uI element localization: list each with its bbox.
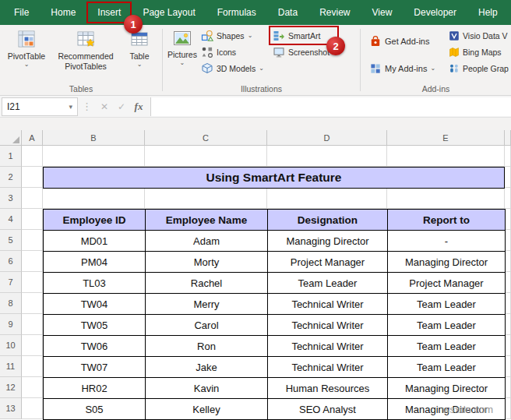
cell-X5[interactable] xyxy=(505,230,511,251)
table-cell-r8-c1[interactable]: HR02 xyxy=(44,378,146,399)
cell-X6[interactable] xyxy=(505,251,511,272)
table-cell-r8-c2[interactable]: Kavin xyxy=(146,378,268,399)
table-cell-r1-c3[interactable]: Managing Director xyxy=(268,231,388,252)
table-cell-r3-c3[interactable]: Team Leader xyxy=(268,273,388,294)
cell-A5[interactable] xyxy=(22,230,43,251)
cell-X2[interactable] xyxy=(505,167,511,188)
table-cell-r9-c2[interactable]: Kelley xyxy=(146,399,268,420)
table-cell-r5-c3[interactable]: Technical Writer xyxy=(268,315,388,336)
cell-A8[interactable] xyxy=(22,293,43,314)
cell-X10[interactable] xyxy=(505,335,511,356)
icons-button[interactable]: Icons xyxy=(199,44,266,60)
row-header-6[interactable]: 6 xyxy=(0,251,22,272)
tab-data[interactable]: Data xyxy=(267,2,308,23)
row-header-4[interactable]: 4 xyxy=(0,209,22,230)
enter-icon[interactable]: ✓ xyxy=(113,101,130,112)
pivottable-button[interactable]: PivotTable ⌄ xyxy=(4,27,49,69)
cell-X7[interactable] xyxy=(505,272,511,293)
sheet-title-cell[interactable]: Using SmartArt Feature xyxy=(43,167,505,189)
recommended-pivottables-button[interactable]: Recommended PivotTables xyxy=(51,27,120,72)
table-header-report-to[interactable]: Report to xyxy=(388,210,506,231)
row-header-3[interactable]: 3 xyxy=(0,188,22,209)
formula-input[interactable] xyxy=(150,97,511,116)
tab-view[interactable]: View xyxy=(361,2,404,23)
row-header-9[interactable]: 9 xyxy=(0,314,22,335)
cell-A12[interactable] xyxy=(22,377,43,398)
tab-developer[interactable]: Developer xyxy=(403,2,467,23)
table-cell-r1-c4[interactable]: - xyxy=(388,231,506,252)
cell-D1[interactable] xyxy=(267,146,387,167)
cell-A7[interactable] xyxy=(22,272,43,293)
table-cell-r3-c2[interactable]: Rachel xyxy=(146,273,268,294)
table-cell-r6-c3[interactable]: Technical Writer xyxy=(268,336,388,357)
table-cell-r2-c4[interactable]: Managing Director xyxy=(388,252,506,273)
table-cell-r7-c2[interactable]: Jake xyxy=(146,357,268,378)
column-header-D[interactable]: D xyxy=(267,130,387,145)
row-header-13[interactable]: 13 xyxy=(0,398,22,419)
table-cell-r5-c2[interactable]: Carol xyxy=(146,315,268,336)
3d-models-button[interactable]: 3D Models ⌄ xyxy=(199,60,266,76)
table-cell-r4-c4[interactable]: Team Leader xyxy=(388,294,506,315)
table-cell-r4-c2[interactable]: Merry xyxy=(146,294,268,315)
cell-X1[interactable] xyxy=(505,146,511,167)
cell-A3[interactable] xyxy=(22,188,43,209)
table-cell-r4-c3[interactable]: Technical Writer xyxy=(268,294,388,315)
cell-X3[interactable] xyxy=(505,188,511,209)
row-header-12[interactable]: 12 xyxy=(0,377,22,398)
cell-X12[interactable] xyxy=(505,377,511,398)
cell-A9[interactable] xyxy=(22,314,43,335)
table-cell-r6-c1[interactable]: TW06 xyxy=(44,336,146,357)
cell-E3[interactable] xyxy=(387,188,505,209)
cell-X9[interactable] xyxy=(505,314,511,335)
chevron-down-icon[interactable]: ▾ xyxy=(69,103,72,111)
tab-home[interactable]: Home xyxy=(40,2,86,23)
table-cell-r5-c4[interactable]: Team Leader xyxy=(388,315,506,336)
cell-X13[interactable] xyxy=(505,398,511,419)
table-cell-r3-c4[interactable]: Project Manager xyxy=(388,273,506,294)
cell-A10[interactable] xyxy=(22,335,43,356)
cell-C1[interactable] xyxy=(145,146,267,167)
table-cell-r4-c1[interactable]: TW04 xyxy=(44,294,146,315)
table-cell-r2-c3[interactable]: Project Manager xyxy=(268,252,388,273)
table-cell-r8-c3[interactable]: Human Resources xyxy=(268,378,388,399)
cancel-icon[interactable]: ✕ xyxy=(96,101,113,112)
table-cell-r8-c4[interactable]: Managing Director xyxy=(388,378,506,399)
cell-X11[interactable] xyxy=(505,356,511,377)
cell-A13[interactable] xyxy=(22,398,43,419)
shapes-button[interactable]: Shapes ⌄ xyxy=(199,27,266,44)
table-cell-r7-c1[interactable]: TW07 xyxy=(44,357,146,378)
tab-formulas[interactable]: Formulas xyxy=(206,2,267,23)
column-header-A[interactable]: A xyxy=(22,130,43,145)
table-cell-r1-c2[interactable]: Adam xyxy=(146,231,268,252)
cell-C3[interactable] xyxy=(145,188,267,209)
column-header-E[interactable]: E xyxy=(387,130,505,145)
table-header-employee-name[interactable]: Employee Name xyxy=(146,210,268,231)
table-header-designation[interactable]: Designation xyxy=(268,210,388,231)
visio-data-visualizer-button[interactable]: Visio Data V xyxy=(446,27,511,44)
table-cell-r6-c4[interactable]: Team Leader xyxy=(388,336,506,357)
tab-review[interactable]: Review xyxy=(308,2,361,23)
pictures-button[interactable]: Pictures ⌄ xyxy=(167,27,198,68)
tab-page-layout[interactable]: Page Layout xyxy=(132,2,206,23)
cell-A11[interactable] xyxy=(22,356,43,377)
cell-D3[interactable] xyxy=(267,188,387,209)
table-cell-r6-c2[interactable]: Ron xyxy=(146,336,268,357)
cell-A4[interactable] xyxy=(22,209,43,230)
row-header-7[interactable]: 7 xyxy=(0,272,22,293)
cell-B1[interactable] xyxy=(43,146,145,167)
row-header-5[interactable]: 5 xyxy=(0,230,22,251)
cell-A6[interactable] xyxy=(22,251,43,272)
row-header-10[interactable]: 10 xyxy=(0,335,22,356)
table-button[interactable]: Table ⌄ xyxy=(122,27,157,69)
bing-maps-button[interactable]: Bing Maps xyxy=(446,44,511,60)
row-header-1[interactable]: 1 xyxy=(0,146,22,167)
table-header-employee-id[interactable]: Employee ID xyxy=(44,210,146,231)
column-header-C[interactable]: C xyxy=(145,130,267,145)
tab-file[interactable]: File xyxy=(3,2,40,23)
cell-B3[interactable] xyxy=(43,188,145,209)
table-cell-r3-c1[interactable]: TL03 xyxy=(44,273,146,294)
table-cell-r7-c4[interactable]: Team Leader xyxy=(388,357,506,378)
row-header-11[interactable]: 11 xyxy=(0,356,22,377)
select-all-corner[interactable] xyxy=(0,130,22,145)
cell-X4[interactable] xyxy=(505,209,511,230)
